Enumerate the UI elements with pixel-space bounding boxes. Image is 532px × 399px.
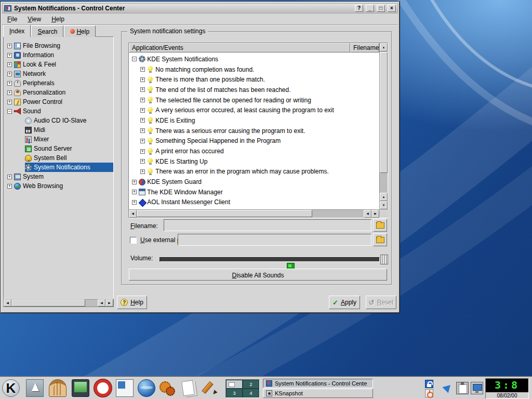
sidebar-item-sound[interactable]: −Sound (4, 107, 113, 116)
list-item-event[interactable]: + KDE is Exiting (129, 115, 379, 126)
logout-button[interactable] (425, 389, 433, 397)
filename-browse-button[interactable] (373, 219, 387, 232)
tree-horizontal-scrollbar[interactable]: ◀ ◀ ▶ (3, 299, 114, 307)
k-menu-button[interactable]: K (2, 379, 21, 398)
sidebar-item-sound-server[interactable]: Sound Server (4, 144, 113, 153)
column-header-filename[interactable]: Filename (350, 43, 379, 52)
sidebar-item-file-browsing[interactable]: +File Browsing (4, 41, 113, 50)
scroll-down-icon[interactable]: ▼ (380, 201, 388, 209)
column-header-application-events[interactable]: Application/Events (129, 43, 350, 52)
list-item-event[interactable]: + No matching completion was found. (129, 64, 379, 75)
horizontal-scrollbar[interactable]: ◀ ◀ ▶ (129, 209, 379, 218)
expander-icon[interactable]: + (132, 180, 137, 184)
sidebar-item-information[interactable]: +Information (4, 50, 113, 60)
konsole-launcher[interactable] (49, 379, 68, 398)
list-item-kde-system-guard[interactable]: + KDE System Guard (129, 177, 379, 187)
list-item-kde-window-manager[interactable]: + The KDE Window Manager (129, 187, 379, 197)
expander-icon[interactable]: + (140, 77, 145, 82)
maximize-button[interactable]: □ (377, 5, 385, 12)
expander-icon[interactable]: + (140, 149, 145, 154)
lock-screen-button[interactable] (425, 380, 433, 388)
expander-icon[interactable]: + (132, 190, 137, 194)
vertical-scrollbar[interactable]: ▲ ▲ ▼ (379, 43, 388, 209)
scrollbar-thumb[interactable] (11, 299, 85, 307)
sidebar-item-system[interactable]: +System (4, 172, 113, 181)
volume-slider[interactable] (159, 257, 380, 262)
expander-icon[interactable]: + (140, 98, 145, 102)
expander-icon[interactable]: + (7, 81, 12, 86)
expander-icon[interactable]: + (7, 44, 12, 48)
expander-icon[interactable]: − (7, 109, 12, 114)
list-item-event[interactable]: + The end of the list of matches has bee… (129, 85, 379, 95)
sidebar-item-personalization[interactable]: +Personalization (4, 88, 113, 97)
list-item-aol-instant-messenger[interactable]: + AOL Instant Messenger Client (129, 197, 379, 208)
list-item-event[interactable]: + Something Special Happened in the Prog… (129, 136, 379, 147)
scrollbar-thumb[interactable] (380, 52, 388, 173)
external-player-input[interactable] (178, 234, 371, 246)
taskbar-task-control-center[interactable]: System Notifications - Control Cente (263, 379, 373, 388)
taskbar-task-ksnapshot[interactable]: KSnapshot (263, 389, 373, 398)
list-item-event[interactable]: + The selected file cannot be opened for… (129, 95, 379, 105)
scroll-up-icon[interactable]: ▲ (380, 43, 388, 51)
sidebar-item-peripherals[interactable]: +Peripherals (4, 78, 113, 88)
scroll-up-icon[interactable]: ▲ (380, 193, 388, 201)
reset-button[interactable]: ↺Reset (366, 296, 396, 309)
tray-arrow-button[interactable] (442, 382, 454, 394)
scroll-left-icon[interactable]: ◀ (129, 210, 137, 218)
sidebar-item-mixer[interactable]: Mixer (4, 135, 113, 144)
pager-desktop-2[interactable]: 2 (243, 380, 259, 389)
display-tray-button[interactable] (471, 382, 483, 394)
scrollbar-thumb[interactable] (137, 210, 312, 217)
sidebar-item-system-bell[interactable]: System Bell (4, 153, 113, 163)
expander-icon[interactable]: + (7, 90, 12, 95)
list-item-event[interactable]: + KDE is Starting Up (129, 156, 379, 167)
list-item-event[interactable]: + There was a serious error causing the … (129, 126, 379, 136)
sidebar-item-audio-cd[interactable]: Audio CD IO-Slave (4, 116, 113, 125)
sidebar-item-power-control[interactable]: +Power Control (4, 97, 113, 107)
sidebar-item-look-and-feel[interactable]: +Look & Feel (4, 60, 113, 69)
disable-all-sounds-button[interactable]: Disable All Sounds (129, 269, 387, 281)
expander-icon[interactable]: + (7, 100, 12, 104)
tab-help[interactable]: Help (64, 25, 96, 37)
minimize-button[interactable]: _ (366, 5, 374, 12)
volume-slider-handle[interactable] (380, 255, 388, 264)
expander-icon[interactable]: + (140, 67, 145, 72)
expander-icon[interactable]: + (140, 128, 145, 133)
show-desktop-button[interactable] (26, 379, 45, 398)
scroll-left-icon[interactable]: ◀ (98, 299, 105, 307)
sidebar-item-web-browsing[interactable]: +Web Browsing (4, 181, 113, 191)
menu-help[interactable]: Help (51, 16, 64, 23)
help-launcher[interactable] (94, 379, 113, 398)
tab-search[interactable]: Search (31, 25, 63, 37)
taskbar-clock[interactable]: 3:8 08/02/00 (485, 378, 529, 399)
tab-index[interactable]: Index (3, 25, 31, 37)
scroll-right-icon[interactable]: ▶ (371, 210, 379, 218)
expander-icon[interactable]: + (7, 53, 12, 58)
list-item-event[interactable]: + There was an error in the program whic… (129, 167, 379, 177)
expander-icon[interactable]: + (140, 87, 145, 92)
list-item-event[interactable]: + There is more than one possible match. (129, 74, 379, 85)
list-item-kde-system-notifications[interactable]: − KDE System Notifications (129, 54, 379, 64)
pager-desktop-4[interactable]: 4 (243, 389, 259, 397)
scroll-left-icon[interactable]: ◀ (4, 299, 11, 307)
sidebar-item-system-notifications[interactable]: System Notifications (4, 163, 113, 172)
expander-icon[interactable]: + (140, 159, 145, 164)
apply-button[interactable]: ✓Apply (329, 296, 360, 309)
konqueror-launcher[interactable] (138, 379, 156, 398)
editor-launcher[interactable] (202, 379, 221, 398)
sidebar-item-midi[interactable]: Midi (4, 125, 113, 135)
expander-icon[interactable]: + (140, 118, 145, 123)
expander-icon[interactable]: + (132, 200, 137, 205)
pager-desktop-1[interactable] (226, 380, 243, 389)
expander-icon[interactable]: + (7, 62, 12, 67)
list-item-event[interactable]: + A print error has occured (129, 146, 379, 156)
list-item-event[interactable]: + A very serious error occured, at least… (129, 105, 379, 115)
scroll-right-icon[interactable]: ▶ (105, 299, 113, 307)
expander-icon[interactable]: + (7, 72, 12, 76)
klipper-button[interactable] (456, 382, 469, 394)
titlebar[interactable]: System Notifications - Control Center ? … (2, 3, 398, 14)
file-manager-launcher[interactable] (116, 379, 135, 398)
expander-icon[interactable]: + (140, 139, 145, 143)
close-button[interactable]: × (388, 5, 396, 12)
help-button[interactable]: ?Help (117, 296, 147, 309)
